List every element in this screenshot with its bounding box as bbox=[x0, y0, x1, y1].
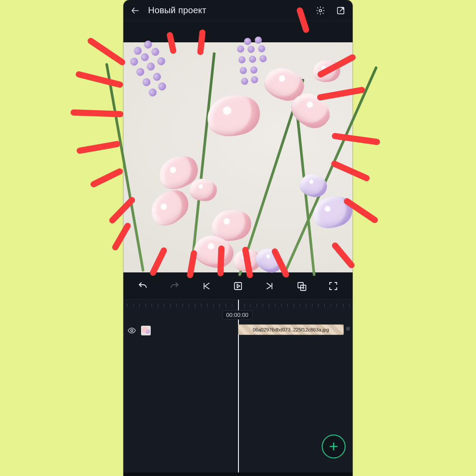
undo-button[interactable] bbox=[133, 276, 152, 296]
timeline-clip[interactable]: 06a02976dbd073..225f12c863a.jpg bbox=[238, 324, 344, 335]
export-button[interactable] bbox=[333, 3, 348, 18]
project-title[interactable]: Новый проект bbox=[148, 5, 308, 15]
back-button[interactable] bbox=[128, 3, 143, 18]
timecode-label: 00:00:00 bbox=[222, 310, 253, 320]
settings-button[interactable] bbox=[313, 3, 328, 18]
timeline[interactable]: 00:00:00 06a02976dbd073..225f12c863a.jpg… bbox=[123, 300, 353, 476]
play-button[interactable] bbox=[228, 276, 248, 296]
svg-point-5 bbox=[131, 330, 133, 332]
redo-button[interactable] bbox=[165, 276, 184, 296]
top-bar: Новый проект bbox=[123, 0, 353, 21]
svg-point-0 bbox=[319, 9, 322, 12]
clip-filename: 06a02976dbd073..225f12c863a.jpg bbox=[253, 327, 329, 332]
transport-toolbar bbox=[123, 272, 353, 300]
video-editor-app: Новый проект bbox=[123, 0, 353, 476]
preview-top-gap bbox=[123, 21, 353, 42]
track-options-button[interactable]: ≡ bbox=[346, 325, 350, 332]
add-frame-button[interactable] bbox=[292, 276, 311, 296]
track-visibility-toggle[interactable] bbox=[126, 325, 138, 336]
skip-end-button[interactable] bbox=[260, 276, 279, 296]
skip-start-button[interactable] bbox=[197, 276, 216, 296]
add-media-button[interactable] bbox=[322, 435, 346, 458]
fullscreen-button[interactable] bbox=[324, 276, 343, 296]
track-thumbnail bbox=[141, 326, 151, 335]
